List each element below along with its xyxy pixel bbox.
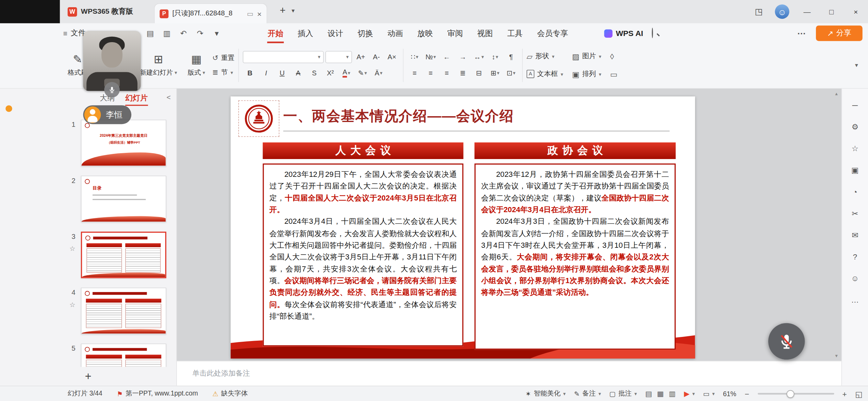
tab-list-dropdown-icon[interactable]: ▾ bbox=[291, 7, 294, 14]
undo-icon[interactable]: ↶ bbox=[176, 26, 191, 40]
shadow-icon[interactable]: S bbox=[307, 67, 322, 80]
tab-view[interactable]: 视图 bbox=[470, 23, 500, 43]
align-left-icon[interactable]: ≡ bbox=[407, 67, 422, 80]
bullets-icon[interactable]: ∷▾ bbox=[407, 51, 422, 63]
arrange-button[interactable]: ▣ 排列▾ bbox=[572, 69, 601, 78]
share-button[interactable]: ↗ 分享 bbox=[816, 25, 863, 41]
right-text-box[interactable]: 2023年12月，政协第十四届全国委员会召开第十二次主席会议，审议通过了关于召开… bbox=[474, 163, 676, 350]
projector-button[interactable]: ▭ ▾ bbox=[703, 390, 715, 398]
reading-view-icon[interactable]: ▥ bbox=[669, 390, 676, 398]
missing-font-warning[interactable]: ⚠ 缺失字体 bbox=[213, 389, 248, 398]
justify-icon[interactable]: ≣ bbox=[456, 67, 470, 80]
thumbnail-preview[interactable] bbox=[81, 288, 166, 334]
picture-button[interactable]: ▨ 图片▾ bbox=[572, 51, 601, 61]
zoom-in-icon[interactable]: + bbox=[842, 389, 847, 398]
help-icon[interactable]: ? bbox=[847, 249, 864, 264]
history-icon[interactable]: ◔ bbox=[847, 184, 864, 199]
decrease-indent-icon[interactable]: ← bbox=[439, 51, 454, 63]
thumbnail-preview[interactable] bbox=[81, 343, 166, 367]
scroll-up-icon[interactable]: ▴ bbox=[835, 91, 837, 96]
align-center-icon[interactable]: ≡ bbox=[423, 67, 438, 80]
underline-icon[interactable]: U bbox=[275, 67, 289, 80]
user-avatar[interactable]: ☺ bbox=[775, 4, 789, 19]
add-slide-button[interactable]: + bbox=[85, 370, 92, 383]
file-menu-button[interactable]: ≡ 文件 bbox=[63, 23, 86, 43]
tab-review[interactable]: 审阅 bbox=[440, 23, 470, 43]
textbox-button[interactable]: A 文本框▾ bbox=[527, 69, 563, 78]
print-icon[interactable]: ▤ bbox=[143, 26, 157, 40]
notes-area[interactable]: 单击此处添加备注 bbox=[177, 361, 842, 386]
new-tab-button[interactable]: + bbox=[276, 5, 289, 17]
zoom-out-icon[interactable]: − bbox=[745, 389, 749, 398]
text-tools-icon[interactable]: ⊡▾ bbox=[504, 67, 518, 80]
reset-button[interactable]: ↺ 重置 bbox=[212, 53, 234, 62]
decrease-font-icon[interactable]: A- bbox=[369, 51, 384, 63]
tab-slideshow[interactable]: 放映 bbox=[410, 23, 440, 43]
font-family-select[interactable]: ▾ bbox=[243, 51, 324, 63]
distribute-icon[interactable]: ⊟ bbox=[472, 67, 486, 80]
align-right-icon[interactable]: ≡ bbox=[439, 67, 454, 80]
layout-button[interactable]: ▦ 版式▾ bbox=[184, 52, 208, 78]
magic-eraser-button[interactable]: ◊ bbox=[610, 52, 617, 61]
slide-thumbnail-5[interactable]: 5 bbox=[0, 343, 176, 367]
close-button[interactable]: × bbox=[844, 0, 868, 23]
collapse-panel-icon[interactable]: < bbox=[167, 93, 171, 101]
slide-sorter-icon[interactable]: ▦ bbox=[657, 390, 664, 398]
zoom-slider[interactable] bbox=[758, 393, 834, 394]
phonetic-guide-icon[interactable]: Ä▾ bbox=[371, 67, 386, 80]
right-column-header[interactable]: 政协会议 bbox=[474, 143, 676, 159]
panel-collapse-icon[interactable]: ─ bbox=[847, 98, 864, 113]
section-button[interactable]: ≣ 节 ▾ bbox=[212, 68, 234, 77]
comment-icon[interactable]: ✉ bbox=[847, 227, 864, 243]
favorites-icon[interactable]: ☆ bbox=[847, 141, 864, 156]
more-tools-icon[interactable]: … bbox=[847, 292, 864, 307]
slideshow-play-button[interactable]: ▶ ▾ bbox=[684, 390, 695, 398]
increase-font-icon[interactable]: A+ bbox=[354, 51, 368, 63]
star-icon[interactable]: ☆ bbox=[69, 245, 75, 253]
thumbnail-preview[interactable]: 2024年第三次党支部主题党日 （组织生活）辅学PPT bbox=[81, 120, 166, 166]
left-column-header[interactable]: 人大会议 bbox=[263, 143, 463, 159]
tab-membership[interactable]: 会员专享 bbox=[530, 23, 576, 43]
highlight-icon[interactable]: ✎▾ bbox=[355, 67, 370, 80]
canvas-scrollbar[interactable]: ▴ ▾ bbox=[833, 91, 840, 359]
microphone-button[interactable] bbox=[768, 323, 805, 360]
comments-button[interactable]: ▢ 批注▾ bbox=[609, 389, 637, 398]
maximize-button[interactable]: □ bbox=[819, 0, 844, 23]
bold-icon[interactable]: B bbox=[243, 67, 257, 80]
more-options-icon[interactable]: … bbox=[797, 27, 806, 37]
screen-button[interactable]: ▭ bbox=[610, 70, 617, 78]
collapse-ribbon-icon[interactable]: ▾ bbox=[851, 59, 863, 71]
slide-thumbnail-2[interactable]: 2 目录 bbox=[0, 176, 176, 222]
strikethrough-icon[interactable]: A bbox=[291, 67, 305, 80]
tab-insert[interactable]: 插入 bbox=[290, 23, 320, 43]
normal-view-icon[interactable]: ▤ bbox=[645, 390, 652, 398]
scroll-down-icon[interactable]: ▾ bbox=[835, 353, 837, 359]
slide[interactable]: 一、两会基本情况介绍——会议介绍 人大会议 政协会议 2023年12月29日下午… bbox=[231, 96, 695, 359]
numbering-icon[interactable]: №▾ bbox=[423, 51, 438, 63]
notes-button[interactable]: ✎ 备注▾ bbox=[574, 389, 601, 398]
left-text-box[interactable]: 2023年12月29日下午，全国人大常委会会议表决通过了关于召开十四届全国人大二… bbox=[263, 163, 463, 347]
slide-canvas[interactable]: 一、两会基本情况介绍——会议介绍 人大会议 政协会议 2023年12月29日下午… bbox=[177, 89, 842, 361]
minimize-button[interactable]: — bbox=[795, 0, 819, 23]
zoom-slider-handle[interactable] bbox=[786, 390, 794, 398]
tab-close-icon[interactable]: × bbox=[257, 9, 262, 18]
columns-icon[interactable]: ⊞▾ bbox=[488, 67, 502, 80]
star-icon[interactable]: ☆ bbox=[69, 301, 75, 309]
font-color-icon[interactable]: A▾ bbox=[339, 67, 353, 80]
thumbnail-preview-current[interactable] bbox=[81, 232, 166, 278]
italic-icon[interactable]: I bbox=[259, 67, 273, 80]
line-spacing-icon[interactable]: ↕▾ bbox=[488, 51, 502, 63]
fit-to-screen-icon[interactable]: ◱ bbox=[855, 389, 862, 398]
shapes-button[interactable]: ▱ 形状▾ bbox=[527, 51, 563, 61]
paragraph-settings-icon[interactable]: ¶ bbox=[504, 51, 518, 63]
webcam-mute-badge[interactable] bbox=[104, 82, 120, 97]
tab-design[interactable]: 设计 bbox=[321, 23, 350, 43]
emblem-placeholder[interactable] bbox=[238, 100, 279, 137]
clear-format-icon[interactable]: A× bbox=[385, 51, 399, 63]
quick-access-dropdown-icon[interactable]: ▾ bbox=[209, 26, 224, 40]
tab-tools[interactable]: 工具 bbox=[500, 23, 530, 43]
slide-thumbnail-3[interactable]: 3 ☆ bbox=[0, 232, 176, 278]
print-preview-icon[interactable]: ▥ bbox=[160, 26, 174, 40]
document-tab[interactable]: P [只读]87f...62848_8 ▭ × bbox=[154, 3, 267, 23]
wps-ai-button[interactable]: WPS AI bbox=[604, 23, 643, 43]
